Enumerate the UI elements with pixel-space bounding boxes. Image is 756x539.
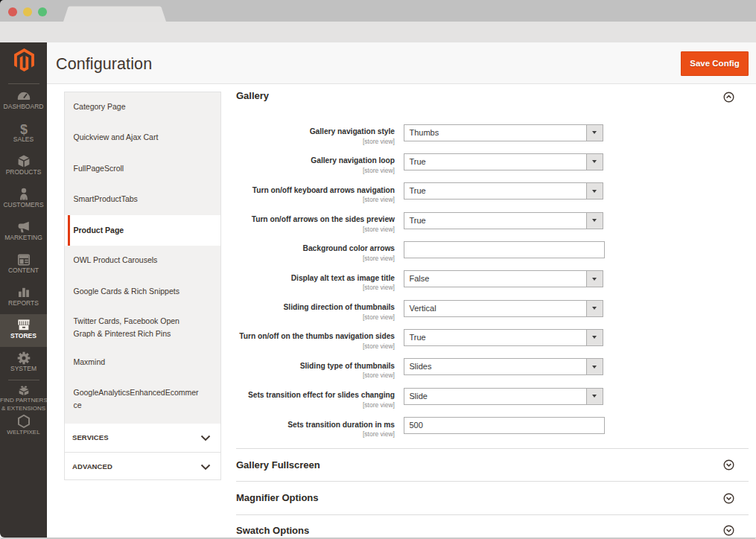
svg-text:$: $: [19, 121, 27, 136]
